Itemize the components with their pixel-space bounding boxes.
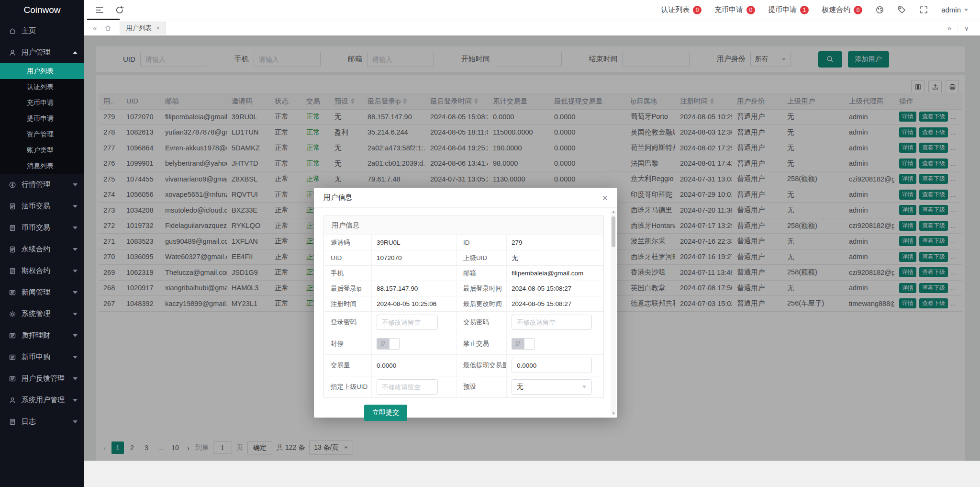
caret-down-icon	[73, 334, 78, 337]
sidebar-subitem-消息列表[interactable]: 消息列表	[0, 158, 84, 174]
toggle-state-label: 是	[512, 339, 524, 349]
input-登录密码[interactable]	[377, 315, 438, 330]
toggle-禁止交易[interactable]: 是	[512, 338, 535, 350]
fullscreen-icon[interactable]	[919, 5, 928, 14]
sidebar-item-新闻管理[interactable]: 新闻管理	[0, 282, 84, 303]
caret-down-icon	[73, 377, 78, 380]
caret-down-icon	[73, 399, 78, 402]
caret-down-icon	[73, 270, 78, 272]
sidebar-subitem-用户列表[interactable]: 用户列表	[0, 63, 84, 79]
badge-count: 0	[746, 6, 755, 14]
scroll-up-icon[interactable]: ▲	[611, 210, 616, 214]
topbar: 认证列表0充币申请0提币申请1极速合约0admin	[84, 0, 980, 20]
input-最低提现交易量[interactable]	[512, 358, 592, 373]
field-value-注册时间: 2024-08-05 10:25:06	[372, 296, 457, 311]
sidebar-item-主页[interactable]: 主页	[0, 20, 84, 42]
sidebar-item-行情管理[interactable]: 行情管理	[0, 174, 84, 195]
form-section-title: 用户信息	[324, 216, 603, 235]
field-label-登录密码: 登录密码	[324, 312, 372, 333]
sidebar-subitem-账户类型[interactable]: 账户类型	[0, 142, 84, 158]
sidebar-subitem-提币申请[interactable]: 提币申请	[0, 111, 84, 126]
form-row: 注册时间2024-08-05 10:25:06最后更改时间2024-08-05 …	[324, 296, 603, 312]
form-row: UID1072070上级UID无	[324, 250, 603, 266]
gear-icon	[9, 310, 16, 318]
submenu-用户管理: 用户列表认证列表充币申请提币申请资产管理账户类型消息列表	[0, 63, 84, 174]
input-交易密码[interactable]	[512, 315, 592, 330]
badge-count: 0	[854, 6, 862, 14]
sidebar-item-label: 法币交易	[22, 202, 73, 211]
header-link-认证列表[interactable]: 认证列表0	[661, 5, 702, 14]
sidebar-subitem-认证列表[interactable]: 认证列表	[0, 79, 84, 95]
scroll-down-icon[interactable]: ▼	[611, 411, 616, 416]
scrollbar-thumb[interactable]	[612, 216, 615, 247]
tab-user-list[interactable]: 用户列表 ×	[120, 22, 166, 34]
sidebar-item-质押理财[interactable]: 质押理财	[0, 325, 84, 346]
header-link-充币申请[interactable]: 充币申请0	[714, 5, 755, 14]
sidebar-item-用户反馈管理[interactable]: 用户反馈管理	[0, 368, 84, 389]
sidebar-item-期权合约[interactable]: 期权合约	[0, 260, 84, 282]
field-value-邀请码: 39RU0L	[372, 235, 457, 250]
user-icon	[9, 396, 16, 404]
sidebar-item-系统管理[interactable]: 系统管理	[0, 303, 84, 325]
field-value-UID: 1072070	[372, 250, 457, 265]
tag-icon[interactable]	[897, 5, 906, 14]
select-预设[interactable]: 无	[512, 379, 592, 395]
sidebar-item-label: 行情管理	[22, 180, 73, 189]
close-icon[interactable]: ×	[602, 193, 608, 203]
field-label-封停: 封停	[324, 333, 372, 354]
field-label-禁止交易: 禁止交易	[457, 333, 507, 354]
menu-toggle-icon[interactable]	[95, 5, 104, 15]
sidebar-item-label: 日志	[22, 417, 73, 426]
field-value-上级UID: 无	[507, 250, 603, 265]
sidebar-item-label: 质押理财	[22, 331, 73, 340]
form-row: 最后登录ip88.157.147.90最后登录时间2024-08-05 15:0…	[324, 281, 603, 296]
tabs-scroll-left-icon[interactable]: «	[89, 24, 100, 32]
caret-up-icon	[73, 51, 78, 54]
field-label-邀请码: 邀请码	[324, 235, 372, 250]
field-value-交易量: 0.0000	[372, 355, 457, 376]
active-indicator-bar	[87, 19, 120, 20]
tab-close-icon[interactable]: ×	[156, 24, 160, 32]
input-指定上级UID[interactable]	[377, 379, 438, 395]
sidebar-item-label: 币币交易	[22, 223, 73, 232]
sidebar-item-用户管理[interactable]: 用户管理	[0, 42, 84, 63]
sidebar-subitem-充币申请[interactable]: 充币申请	[0, 95, 84, 111]
header-link-label: 提币申请	[768, 5, 797, 14]
field-label-最后登录时间: 最后登录时间	[457, 281, 507, 296]
field-value-交易密码	[507, 312, 603, 333]
caret-down-icon	[73, 183, 78, 186]
field-value-最后更改时间: 2024-08-05 15:08:27	[507, 296, 603, 311]
field-label-邮箱: 邮箱	[457, 266, 507, 281]
admin-menu[interactable]: admin	[941, 6, 969, 14]
field-value-预设: 无	[507, 376, 603, 397]
modal-scrollbar[interactable]: ▲ ▼	[611, 210, 616, 416]
sidebar-item-永续合约[interactable]: 永续合约	[0, 238, 84, 260]
doc-icon	[9, 224, 16, 232]
field-value-指定上级UID	[372, 376, 457, 397]
tabs-collapse-icon[interactable]: ∨	[958, 24, 975, 32]
palette-icon[interactable]	[875, 5, 884, 14]
select-value: 无	[517, 383, 523, 391]
toggle-封停[interactable]: 是	[377, 338, 400, 350]
sidebar-item-系统用户管理[interactable]: 系统用户管理	[0, 389, 84, 411]
sidebar-subitem-资产管理[interactable]: 资产管理	[0, 126, 84, 142]
tabs-more-icon[interactable]: »	[941, 24, 958, 32]
sidebar-item-label: 主页	[22, 26, 78, 35]
field-value-封停: 是	[372, 333, 457, 354]
header-link-label: 极速合约	[822, 5, 850, 14]
field-label-ID: ID	[457, 235, 507, 250]
field-value-禁止交易: 是	[507, 333, 603, 354]
sidebar-item-新币申购[interactable]: 新币申购	[0, 346, 84, 368]
sidebar-item-法币交易[interactable]: 法币交易	[0, 195, 84, 217]
header-link-极速合约[interactable]: 极速合约0	[822, 5, 862, 14]
refresh-icon[interactable]	[115, 5, 124, 15]
header-link-提币申请[interactable]: 提币申请1	[768, 5, 809, 14]
home-tab-icon[interactable]	[100, 24, 115, 32]
form-row: 邀请码39RU0LID279	[324, 235, 603, 250]
form-row: 封停是禁止交易是	[324, 333, 603, 355]
sidebar-item-日志[interactable]: 日志	[0, 411, 84, 432]
sidebar-item-币币交易[interactable]: 币币交易	[0, 217, 84, 238]
submit-button[interactable]: 立即提交	[364, 405, 407, 421]
home-icon	[9, 27, 16, 35]
header-link-label: 认证列表	[661, 5, 690, 14]
